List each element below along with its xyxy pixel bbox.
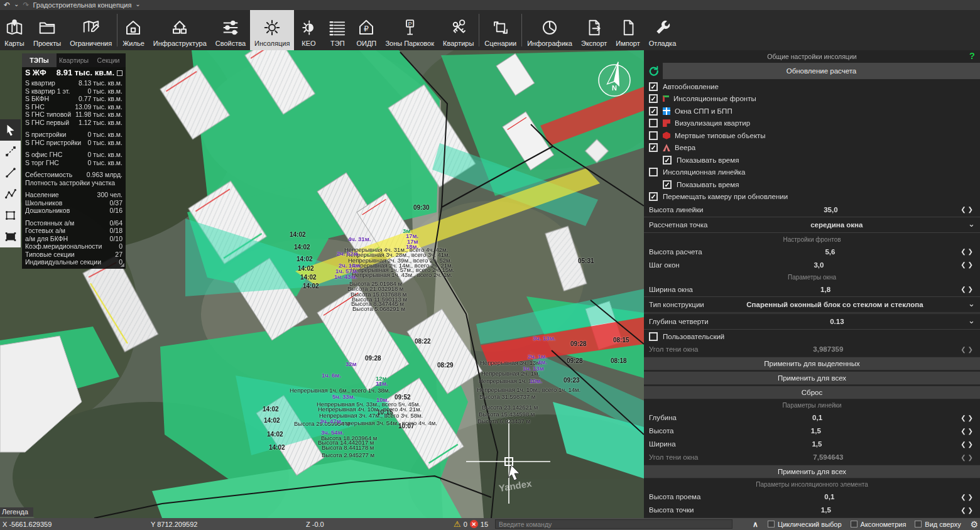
tep-tab[interactable]: Квартиры <box>57 53 91 67</box>
settings-row[interactable]: ✓ Применить для выделенных ❮❯ ⌄ <box>644 357 980 370</box>
settings-row[interactable]: ✓ Ширина 1,5 ❮❯ ⌄ <box>644 438 980 451</box>
settings-row[interactable]: ✓ Инсоляционные фронты ❮❯ ⌄ <box>644 93 980 105</box>
setting-value[interactable]: 1,8 <box>693 286 958 293</box>
undo-icon[interactable]: ↶ <box>4 1 10 9</box>
spinner-arrows[interactable]: ❮❯ <box>961 261 975 268</box>
toolbar-button[interactable]: Инфраструктура <box>149 10 211 50</box>
setting-value[interactable]: 3,987359 <box>698 345 958 353</box>
settings-row[interactable]: ✓ Шаг окон 3,0 ❮❯ ⌄ <box>644 258 980 271</box>
drawing-tool-button[interactable] <box>0 183 21 205</box>
project-chevron-icon[interactable]: ⌄ <box>135 1 140 8</box>
notifications[interactable]: ⚠ 0 ✕ 15 <box>454 518 488 530</box>
checkbox[interactable]: ✓ <box>649 143 658 152</box>
spinner-arrows[interactable]: ❮❯ <box>961 507 975 514</box>
spinner-arrows[interactable]: ❮❯ <box>961 286 975 293</box>
checkbox[interactable]: ✓ <box>649 332 658 341</box>
drawing-tool-button[interactable] <box>0 226 21 247</box>
settings-row[interactable]: ✓ Высота проема 0,1 ❮❯ ⌄ <box>644 490 980 504</box>
settings-row[interactable]: ✓ Показывать время ❮❯ ⌄ <box>644 154 980 166</box>
settings-row[interactable]: ✓ Угол тени окна 7,594643 ❮❯ ⌄ <box>644 451 980 464</box>
command-input[interactable] <box>495 519 732 529</box>
settings-row[interactable]: ✓ Инсоляционная линейка ❮❯ ⌄ <box>644 166 980 179</box>
spinner-arrows[interactable]: ❮❯ <box>961 346 975 353</box>
settings-row[interactable]: ✓ Глубина 0,1 ❮❯ ⌄ <box>644 411 980 425</box>
settings-row[interactable]: ✓ Автообновление ❮❯ ⌄ <box>644 80 980 93</box>
checkbox[interactable]: ✓ <box>649 82 658 91</box>
spinner-arrows[interactable]: ❮❯ <box>961 441 975 448</box>
help-button[interactable]: ? <box>969 50 975 61</box>
checkbox[interactable]: ✓ <box>649 192 658 201</box>
checkbox[interactable]: ✓ <box>649 119 658 127</box>
setting-value[interactable]: 1,5 <box>674 427 959 435</box>
chevron-down-icon[interactable]: ⌄ <box>968 299 975 308</box>
settings-row[interactable]: ✓ Перемещать камеру при обновлении ❮❯ ⌄ <box>644 191 980 203</box>
redo-icon[interactable]: ↷ <box>23 1 29 9</box>
setting-value[interactable]: 0,1 <box>677 414 958 421</box>
drawing-tool-button[interactable] <box>0 205 21 226</box>
checkbox[interactable] <box>915 521 922 527</box>
setting-value[interactable]: 5,6 <box>702 248 959 256</box>
settings-row[interactable]: ✓ Высота расчета 5,6 ❮❯ ⌄ <box>644 245 980 258</box>
spinner-arrows[interactable]: ❮❯ <box>961 206 975 213</box>
tep-pin-checkbox[interactable] <box>117 70 122 76</box>
toolbar-button[interactable]: Зоны Парковок <box>381 10 438 50</box>
spinner-arrows[interactable]: ❮❯ <box>961 494 975 500</box>
settings-row[interactable]: ✓ Высота линейки 35,0 ❮❯ ⌄ <box>644 203 980 216</box>
settings-row[interactable]: ✓ Пользовательский ❮❯ ⌄ <box>644 330 980 343</box>
toolbar-button[interactable]: Карты <box>0 10 29 50</box>
settings-row[interactable]: ✓ Тип конструкции Спаренный оконный блок… <box>644 296 980 313</box>
setting-value[interactable]: Спаренный оконный блок со стеклом и стек… <box>704 301 966 308</box>
chevron-down-icon[interactable]: ⌄ <box>968 316 975 325</box>
toolbar-button[interactable]: Квартиры <box>438 10 478 50</box>
spinner-arrows[interactable]: ❮❯ <box>961 428 975 435</box>
view-toggle[interactable]: Вид сверху <box>915 521 961 528</box>
setting-value[interactable]: 35,0 <box>703 206 958 214</box>
tep-tab[interactable]: Секции <box>91 53 126 67</box>
toolbar-button[interactable]: Инфографика <box>523 10 577 50</box>
setting-value[interactable]: 7,594643 <box>698 453 958 461</box>
toolbar-button[interactable]: Отладка <box>645 10 680 50</box>
checkbox[interactable]: ✓ <box>649 94 658 103</box>
toolbar-button[interactable]: Экспорт <box>577 10 611 50</box>
checkbox[interactable] <box>768 521 775 527</box>
setting-value[interactable]: 1,5 <box>694 506 958 514</box>
toolbar-button[interactable]: ОИДП <box>352 10 381 50</box>
setting-value[interactable]: 1,5 <box>676 440 959 448</box>
settings-row[interactable]: ✓ Окна СПП и БПП ❮❯ ⌄ <box>644 105 980 117</box>
settings-row[interactable]: ✓ Обновление расчета ❮❯ ⌄ <box>644 63 980 79</box>
tep-tab[interactable]: ТЭПы <box>22 53 57 67</box>
spinner-arrows[interactable]: ❮❯ <box>961 454 975 461</box>
settings-row[interactable]: ✓ Высота точки 1,5 ❮❯ ⌄ <box>644 504 980 517</box>
undo-history-chevron-icon[interactable]: ⌄ <box>14 1 19 8</box>
toolbar-button[interactable]: ТЭП <box>323 10 352 50</box>
settings-row[interactable]: ✓ Ширина окна 1,8 ❮❯ ⌄ <box>644 283 980 296</box>
checkbox[interactable]: ✓ <box>663 156 672 165</box>
settings-row[interactable]: ✓ Высота 1,5 ❮❯ ⌄ <box>644 425 980 438</box>
toolbar-button[interactable]: КЕО <box>294 10 323 50</box>
checkbox[interactable]: ✓ <box>649 168 658 176</box>
spinner-arrows[interactable]: ❮❯ <box>961 414 975 421</box>
checkbox[interactable]: ✓ <box>649 131 658 140</box>
toolbar-button[interactable]: Импорт <box>611 10 644 50</box>
toolbar-button[interactable]: Свойства <box>211 10 250 50</box>
chevron-down-icon[interactable]: ⌄ <box>968 219 975 229</box>
setting-value[interactable]: середина окна <box>707 221 966 229</box>
settings-row[interactable]: ✓ Применить для всех ❮❯ ⌄ <box>644 465 980 479</box>
view-toggle[interactable]: Аксонометрия <box>851 521 906 528</box>
settings-row[interactable]: ✓ Визуализация квартир ❮❯ ⌄ <box>644 117 980 130</box>
settings-row[interactable]: ✓ Показывать время ❮❯ ⌄ <box>644 178 980 191</box>
spinner-arrows[interactable]: ❮❯ <box>961 248 975 255</box>
settings-row[interactable]: ✓ Глубина четверти 0.13 ❮❯ ⌄ <box>644 313 980 330</box>
setting-value[interactable]: 0,1 <box>700 493 958 500</box>
settings-row[interactable]: ✓ Веера ❮❯ ⌄ <box>644 142 980 154</box>
setting-value[interactable]: 3,0 <box>680 261 959 269</box>
panel-resize-handle[interactable]: ◢ <box>121 262 124 268</box>
settings-row[interactable]: ✓ Рассчетная точка середина окна ❮❯ ⌄ <box>644 217 980 233</box>
checkbox[interactable]: ✓ <box>663 180 672 189</box>
settings-row[interactable]: ✓ Угол тени окна 3,987359 ❮❯ ⌄ <box>644 343 980 356</box>
drawing-tool-button[interactable] <box>0 141 21 162</box>
settings-row[interactable]: ✓ Мертвые типовые объекты ❮❯ ⌄ <box>644 129 980 142</box>
update-calculation-button[interactable]: Обновление расчета <box>663 63 980 79</box>
drawing-tool-button[interactable] <box>0 119 21 141</box>
checkbox[interactable]: ✓ <box>649 107 658 116</box>
